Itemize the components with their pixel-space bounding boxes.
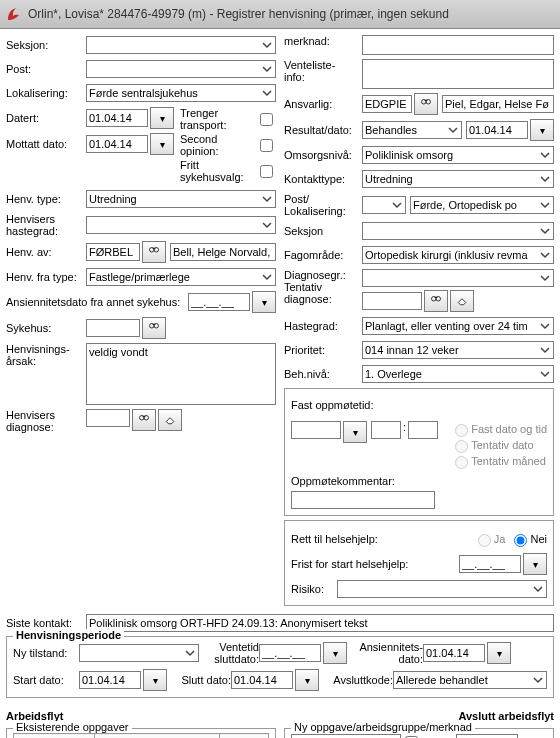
second-check-label[interactable]: Second opinion: [180,133,276,157]
vent-label: Ventetid sluttdato: [203,641,259,665]
tentativmnd-radio[interactable]: Tentativ måned [450,453,547,469]
window-title: Orlin*, Lovisa* 284476-49979 (m) - Regis… [28,7,449,21]
diag-select[interactable] [362,269,554,287]
mottatt-dropdown-icon[interactable]: ▾ [150,133,174,155]
postlok2-select[interactable]: Førde, Ortopedisk po [410,196,554,214]
sykehus-input[interactable] [86,319,140,337]
slutt-dropdown-icon[interactable]: ▾ [295,669,319,691]
tentativ-input[interactable] [362,292,422,310]
seksjon-label: Seksjon: [6,39,86,51]
ansvarlig-label: Ansvarlig: [284,98,362,110]
merknad-label: merknad: [284,35,362,47]
vent-dropdown-icon[interactable]: ▾ [323,642,347,664]
diagnose-input[interactable] [86,409,130,427]
henvav-code-input[interactable] [86,243,140,261]
siste-input[interactable] [86,614,554,632]
diagnose-search-icon[interactable] [132,409,156,431]
fastdato-radio[interactable]: Fast dato og tid [450,421,547,437]
seksjon-r-select[interactable] [362,222,554,240]
nei-radio[interactable]: Nei [509,531,547,547]
avsl-select[interactable]: Allerede behandlet [393,671,547,689]
visfra-input[interactable] [456,734,518,738]
prioritet-select[interactable]: 014 innan 12 veker [362,341,554,359]
periode-legend: Henvisningsperiode [13,629,124,641]
col-type[interactable]: Type [14,734,95,739]
fast-oppmoete-time2[interactable] [408,421,438,439]
fast-oppmoete-time1[interactable] [371,421,401,439]
ja-radio[interactable]: Ja [473,531,506,547]
datert-dropdown-icon[interactable]: ▾ [150,107,174,129]
oppgaver-table[interactable]: TypeArbeidsgruppeUtført? OppfølgingSO Fø… [13,733,269,738]
frist-input[interactable] [459,555,521,573]
henvav-label: Henv. av: [6,246,86,258]
diag-label: Diagnosegr.: Tentativ diagnose: [284,269,362,305]
vent-input[interactable] [259,644,321,662]
fritt-check-label[interactable]: Fritt sykehusvalg: [180,159,276,183]
frist-dropdown-icon[interactable]: ▾ [523,553,547,575]
postlok1-select[interactable] [362,196,406,214]
ansvarlig-name-input[interactable] [442,95,554,113]
resultat-dato-dropdown-icon[interactable]: ▾ [530,119,554,141]
fast-oppmoete-input[interactable] [291,421,341,439]
omsorg-select[interactable]: Poliklinisk omsorg [362,146,554,164]
slutt-label: Slutt dato: [171,674,231,686]
henvtype-select[interactable]: Utredning [86,190,276,208]
col-utfort[interactable]: Utført? [220,734,269,739]
frist-label: Frist for start helsehjelp: [291,558,459,570]
sykehus-label: Sykehus: [6,322,86,334]
start-input[interactable] [79,671,141,689]
ansiennitet-dropdown-icon[interactable]: ▾ [252,291,276,313]
nytil-select[interactable] [79,644,199,662]
seksjon-select[interactable] [86,36,276,54]
ansiennitet-input[interactable] [188,293,250,311]
tentativdato-radio[interactable]: Tentativ dato [450,437,547,453]
ansi-dropdown-icon[interactable]: ▾ [487,642,511,664]
hastegrad-r-label: Hastegrad: [284,320,362,332]
fast-oppmoete-dropdown-icon[interactable]: ▾ [343,421,367,443]
hastegrad-r-select[interactable]: Planlagt, eller venting over 24 tim [362,317,554,335]
behnivaa-select[interactable]: 1. Overlege [362,365,554,383]
eksisterende-legend: Eksisterende oppgaver [13,721,132,733]
siste-label: Siste kontakt: [6,617,86,629]
diagnose-erase-icon[interactable] [158,409,182,431]
kontakt-select[interactable]: Utredning [362,170,554,188]
lokalisering-select[interactable]: Førde sentralsjukehus [86,84,276,102]
transport-check-label[interactable]: Trenger transport: [180,107,276,131]
ansiennitet-label: Ansiennitetsdato fra annet sykehus: [6,296,188,308]
postlok-label: Post/ Lokalisering: [284,193,362,217]
ansvarlig-code-input[interactable] [362,95,412,113]
hastegrad-label: Henvisers hastegrad: [6,213,86,237]
ansi-label: Ansiennitets- dato: [351,641,423,665]
venteliste-label: Venteliste- info: [284,59,362,83]
app-icon [6,6,22,22]
oppmote-komm-input[interactable] [291,491,435,509]
risiko-select[interactable] [337,580,547,598]
aarsak-textarea[interactable]: veldig vondt [86,343,276,405]
ansi-input[interactable] [423,644,485,662]
henvfra-select[interactable]: Fastlege/primærlege [86,268,276,286]
resultat-select[interactable]: Behandles [362,121,462,139]
window-titlebar: Orlin*, Lovisa* 284476-49979 (m) - Regis… [0,0,560,29]
fagomraade-select[interactable]: Ortopedisk kirurgi (inklusiv revma [362,246,554,264]
sykehus-search-icon[interactable] [142,317,166,339]
tentativ-erase-icon[interactable] [450,290,474,312]
datert-input[interactable] [86,109,148,127]
col-gruppe[interactable]: Arbeidsgruppe [94,734,219,739]
fagomraade-label: Fagområde: [284,249,362,261]
start-dropdown-icon[interactable]: ▾ [143,669,167,691]
henvfra-label: Henv. fra type: [6,271,86,283]
ansvarlig-search-icon[interactable] [414,93,438,115]
venteliste-textarea[interactable] [362,59,554,89]
nyoppg-select[interactable] [291,734,401,738]
henvav-name-input[interactable] [170,243,276,261]
merknad-textarea[interactable] [362,35,554,55]
tentativ-search-icon[interactable] [424,290,448,312]
henvtype-label: Henv. type: [6,193,86,205]
hastegrad-select[interactable] [86,216,276,234]
slutt-input[interactable] [231,671,293,689]
resultat-dato-input[interactable] [466,121,528,139]
mottatt-input[interactable] [86,135,148,153]
henvav-search-icon[interactable] [142,241,166,263]
post-select[interactable] [86,60,276,78]
nyoppg-legend: Ny oppgave/arbeidsgruppe/merknad [291,721,475,733]
